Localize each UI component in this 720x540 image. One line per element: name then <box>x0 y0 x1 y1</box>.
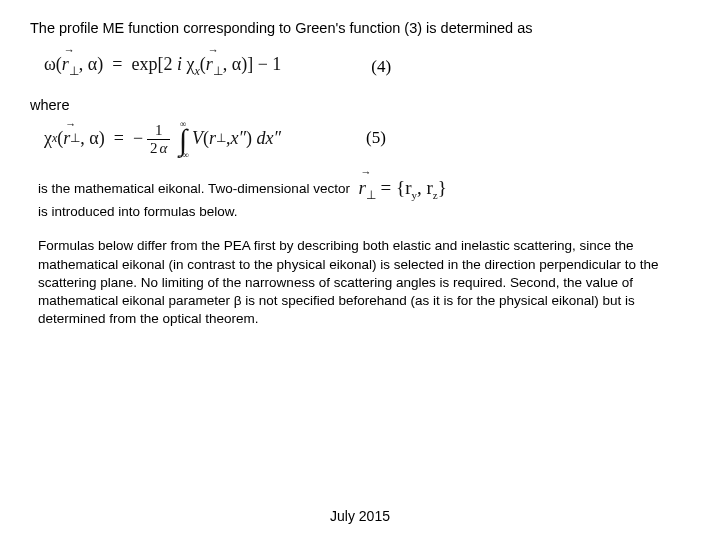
footer-date: July 2015 <box>0 508 720 524</box>
eq5-number: (5) <box>366 128 386 148</box>
intro-text: The profile ME function corresponding to… <box>30 18 690 38</box>
sentence-b: is introduced into formulas below. <box>38 204 238 219</box>
slide-content: The profile ME function corresponding to… <box>0 0 720 540</box>
sentence-a: is the mathematical eikonal. Two-dimensi… <box>38 181 350 196</box>
main-paragraph: Formulas below differ from the PEA first… <box>38 237 686 328</box>
equation-5: χx(→r⊥, α) = − 12α ∞∫−∞ V(r⊥, x″) dx″ <box>44 119 281 157</box>
equation-4: ω(→r⊥, α) = exp[2 i χx(→r⊥, α)] − 1 <box>44 54 281 79</box>
where-label: where <box>30 97 690 113</box>
vector-definition: →r⊥ = {ry, rz} <box>354 175 447 203</box>
eikonal-sentence: is the mathematical eikonal. Two-dimensi… <box>38 175 690 221</box>
equation-5-row: χx(→r⊥, α) = − 12α ∞∫−∞ V(r⊥, x″) dx″ (5… <box>44 119 690 157</box>
eq4-number: (4) <box>371 57 391 77</box>
equation-4-row: ω(→r⊥, α) = exp[2 i χx(→r⊥, α)] − 1 (4) <box>44 54 690 79</box>
